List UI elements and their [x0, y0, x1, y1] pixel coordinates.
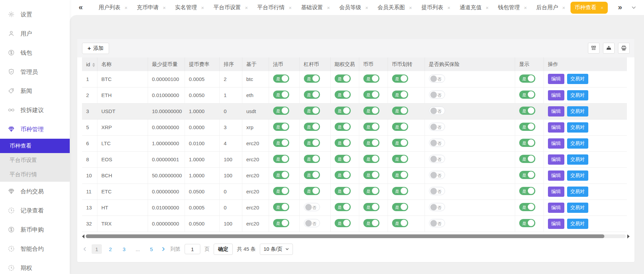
visible-toggle[interactable]: 是	[519, 123, 535, 131]
close-tab-icon[interactable]: ×	[327, 5, 330, 10]
sidebar-item-wallet[interactable]: 钱包	[0, 43, 70, 62]
sidebar-subitem-coin-view[interactable]: 币种查看	[0, 139, 70, 153]
visible-toggle[interactable]: 是	[519, 107, 535, 115]
transfer-toggle[interactable]: 是	[392, 107, 408, 115]
option-toggle[interactable]: 是	[335, 155, 351, 163]
sidebar-item-options[interactable]: 期权	[0, 258, 70, 274]
sidebar-subitem-platform-coin-mkt[interactable]: 平台币行情	[0, 167, 70, 182]
coin-toggle[interactable]: 是	[363, 139, 379, 147]
option-toggle[interactable]: 是	[335, 203, 351, 211]
export-icon[interactable]	[603, 43, 615, 54]
coin-toggle[interactable]: 是	[363, 187, 379, 195]
close-tab-icon[interactable]: ×	[486, 5, 489, 10]
close-tab-icon[interactable]: ×	[562, 5, 565, 10]
close-tab-icon[interactable]: ×	[447, 5, 451, 10]
transfer-toggle[interactable]: 是	[392, 171, 408, 179]
option-toggle[interactable]: 是	[335, 123, 351, 131]
goto-page-input[interactable]	[185, 244, 200, 254]
trading-pair-button[interactable]: 交易对	[567, 106, 588, 117]
fiat-toggle[interactable]: 是	[273, 171, 289, 179]
close-tab-icon[interactable]: ×	[601, 5, 604, 10]
visible-toggle[interactable]: 是	[519, 171, 535, 179]
transfer-toggle[interactable]: 是	[392, 187, 408, 195]
sort-carets-icon[interactable]	[92, 63, 95, 67]
sidebar-item-users[interactable]: 用户	[0, 24, 70, 43]
transfer-toggle[interactable]: 是	[392, 91, 408, 99]
coin-toggle[interactable]: 是	[363, 107, 379, 115]
tab-1[interactable]: 用户列表×	[94, 2, 132, 14]
sidebar-item-coin-manage[interactable]: 币种管理	[0, 120, 70, 139]
visible-toggle[interactable]: 是	[519, 74, 535, 83]
transfer-toggle[interactable]: 是	[392, 155, 408, 163]
insurance-toggle[interactable]: 否	[429, 219, 445, 227]
sidebar-item-records[interactable]: 记录查看	[0, 201, 70, 220]
insurance-toggle[interactable]: 否	[429, 155, 445, 163]
option-toggle[interactable]: 是	[335, 107, 351, 115]
option-toggle[interactable]: 是	[335, 91, 351, 99]
next-page-icon[interactable]	[161, 246, 166, 252]
close-tab-icon[interactable]: ×	[524, 5, 527, 10]
page-button-2[interactable]: 2	[105, 244, 116, 254]
visible-toggle[interactable]: 是	[519, 203, 535, 211]
visible-toggle[interactable]: 是	[519, 219, 535, 227]
lever-toggle[interactable]: 是	[304, 155, 320, 163]
edit-button[interactable]: 编辑	[548, 154, 564, 165]
edit-button[interactable]: 编辑	[548, 170, 564, 181]
tab-2[interactable]: 充币申请×	[133, 2, 170, 14]
fiat-toggle[interactable]: 是	[273, 155, 289, 163]
insurance-toggle[interactable]: 否	[429, 107, 445, 115]
scrollbar-track[interactable]	[86, 234, 626, 238]
edit-button[interactable]: 编辑	[548, 203, 564, 213]
scrollbar-thumb[interactable]	[86, 234, 604, 238]
lever-toggle[interactable]: 是	[304, 187, 320, 195]
tab-9[interactable]: 提币列表×	[417, 2, 455, 14]
insurance-toggle[interactable]: 否	[429, 139, 445, 147]
print-icon[interactable]	[618, 43, 630, 54]
scroll-right-arrow-icon[interactable]	[627, 234, 630, 238]
close-tab-icon[interactable]: ×	[289, 5, 292, 10]
fiat-toggle[interactable]: 是	[273, 187, 289, 195]
sidebar-item-smart-contract[interactable]: 智能合约	[0, 239, 70, 258]
trading-pair-button[interactable]: 交易对	[567, 74, 588, 84]
collapse-tabs-left-icon[interactable]: «	[79, 4, 83, 11]
insurance-toggle[interactable]: 否	[429, 171, 445, 179]
trading-pair-button[interactable]: 交易对	[567, 138, 588, 149]
sidebar-item-contract-trade[interactable]: 合约交易	[0, 182, 70, 201]
insurance-toggle[interactable]: 否	[429, 203, 445, 211]
visible-toggle[interactable]: 是	[519, 91, 535, 99]
tab-3[interactable]: 实名管理×	[171, 2, 208, 14]
option-toggle[interactable]: 是	[335, 139, 351, 147]
sidebar-item-settings[interactable]: 设置	[0, 5, 70, 24]
option-toggle[interactable]: 是	[335, 187, 351, 195]
tab-7[interactable]: 会员等级×	[335, 2, 373, 14]
trading-pair-button[interactable]: 交易对	[567, 187, 588, 197]
lever-toggle[interactable]: 是	[304, 171, 320, 179]
page-button-1[interactable]: 1	[92, 244, 102, 254]
visible-toggle[interactable]: 是	[519, 139, 535, 147]
trading-pair-button[interactable]: 交易对	[567, 170, 588, 181]
lever-toggle[interactable]: 否	[304, 203, 320, 211]
page-button-3[interactable]: 3	[119, 244, 129, 254]
coin-toggle[interactable]: 是	[363, 123, 379, 131]
edit-button[interactable]: 编辑	[548, 74, 564, 84]
close-tab-icon[interactable]: ×	[124, 5, 128, 10]
tab-8[interactable]: 会员关系图×	[374, 2, 416, 14]
close-tab-icon[interactable]: ×	[409, 5, 412, 10]
trading-pair-button[interactable]: 交易对	[567, 154, 588, 165]
fiat-toggle[interactable]: 是	[273, 123, 289, 131]
trading-pair-button[interactable]: 交易对	[567, 203, 588, 213]
transfer-toggle[interactable]: 是	[392, 123, 408, 131]
coin-toggle[interactable]: 是	[363, 91, 379, 99]
tab-12[interactable]: 后台用户×	[532, 2, 569, 14]
edit-button[interactable]: 编辑	[548, 122, 564, 133]
option-toggle[interactable]: 是	[335, 171, 351, 179]
edit-button[interactable]: 编辑	[548, 138, 564, 149]
edit-button[interactable]: 编辑	[548, 90, 564, 100]
tab-menu-chevron-down-icon[interactable]	[631, 5, 636, 10]
coin-toggle[interactable]: 是	[363, 219, 379, 227]
trading-pair-button[interactable]: 交易对	[567, 122, 588, 133]
visible-toggle[interactable]: 是	[519, 187, 535, 195]
confirm-button[interactable]: 确定	[214, 244, 233, 255]
sidebar-item-new-coin[interactable]: 新币申购	[0, 220, 70, 239]
edit-button[interactable]: 编辑	[548, 106, 564, 117]
